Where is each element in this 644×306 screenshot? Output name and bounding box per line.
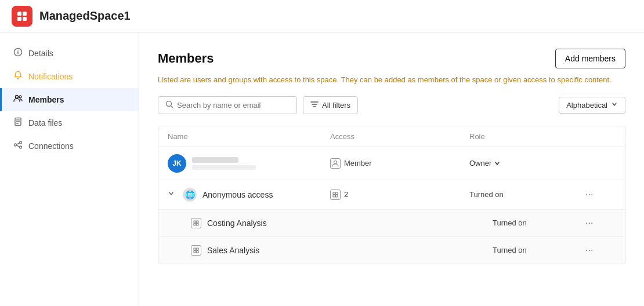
svg-rect-25 [336,192,338,195]
sidebar-item-notifications-label: Notifications [28,72,73,81]
role-dropdown-button[interactable]: Owner [469,159,501,167]
svg-rect-29 [197,221,199,223]
add-members-button[interactable]: Add members [555,49,625,68]
svg-point-15 [20,146,22,148]
svg-point-13 [15,144,17,146]
filter-button[interactable]: All filters [303,96,358,114]
row-actions: ··· [581,187,616,202]
col-header-name: Name [168,132,330,141]
sidebar-item-details[interactable]: Details [0,42,139,65]
toolbar: All filters Alphabetical [158,96,625,114]
group-name-cell: 🌐 Anonymous access [168,188,330,202]
svg-rect-3 [23,17,27,21]
sidebar-item-connections-label: Connections [28,141,74,151]
group-name: Anonymous access [202,190,273,199]
chevron-down-icon[interactable] [168,190,175,199]
member-icon [330,158,341,169]
svg-rect-26 [333,195,335,197]
sub-item-name: Sales Analysis [207,246,259,255]
svg-point-23 [334,161,337,163]
sidebar-item-members-label: Members [28,95,64,104]
svg-line-16 [17,143,20,145]
user-name-cell: JK [168,154,330,173]
role-cell: Turned on [493,218,581,227]
col-header-access: Access [330,132,469,141]
sort-dropdown[interactable]: Alphabetical [559,97,625,114]
search-input[interactable] [177,101,290,110]
svg-point-6 [17,50,19,51]
connection-icon [13,140,23,152]
members-header: Members Add members [158,49,625,68]
role-label: Owner [469,159,491,167]
row-actions: ··· [581,243,616,258]
user-name-placeholder [192,157,238,163]
svg-rect-35 [197,250,199,253]
chevron-down-icon [611,101,618,110]
svg-rect-2 [17,17,21,21]
access-label: 2 [344,190,348,199]
svg-line-17 [17,145,20,147]
row-actions: ··· [581,216,616,231]
more-options-button[interactable]: ··· [581,216,598,231]
access-cell: 2 [330,190,469,200]
svg-rect-33 [197,248,199,250]
role-cell: Turned on [469,190,581,199]
toolbar-left: All filters [158,96,358,114]
role-label: Turned on [469,190,504,199]
app-title: ManagedSpace1 [39,9,131,23]
members-description: Listed are users and groups with access … [158,74,625,86]
role-cell: Turned on [493,246,581,254]
apps-icon [330,190,341,200]
user-email-placeholder [192,165,256,170]
table-row: Costing Analysis Turned on ··· [158,210,625,237]
app-logo [12,6,32,27]
info-icon [13,48,23,59]
role-cell: Owner [469,159,581,167]
svg-rect-30 [194,223,196,225]
table-row: JK Member [158,147,625,180]
layout: Details Notifications Members [0,32,644,306]
table-row: 🌐 Anonymous access 2 Turn [158,180,625,210]
col-header-actions [581,132,616,141]
sidebar-item-details-label: Details [28,49,53,58]
sort-label: Alphabetical [566,101,607,110]
sub-name-cell: Costing Analysis [191,218,353,228]
svg-rect-34 [194,250,196,253]
svg-rect-24 [333,192,335,195]
members-table: Name Access Role JK [158,126,625,264]
apps-icon [191,245,201,256]
access-cell: Member [330,158,469,169]
svg-rect-0 [17,12,21,16]
sidebar-item-connections[interactable]: Connections [0,134,139,158]
search-box[interactable] [158,96,297,114]
svg-point-7 [16,96,19,99]
access-label: Member [344,159,372,167]
file-icon [13,117,23,129]
sidebar: Details Notifications Members [0,32,139,306]
more-options-button[interactable]: ··· [581,187,598,202]
filter-icon [310,100,319,110]
svg-rect-27 [336,195,338,197]
svg-rect-28 [194,221,196,223]
people-icon [13,94,23,105]
globe-icon: 🌐 [183,188,197,202]
apps-icon [191,218,201,228]
svg-point-8 [19,96,21,98]
svg-rect-31 [197,223,199,225]
bell-icon [13,71,23,82]
table-row: Sales Analysis Turned on ··· [158,237,625,264]
app-header: ManagedSpace1 [0,0,644,32]
svg-point-14 [20,141,22,144]
sidebar-item-data-files[interactable]: Data files [0,111,139,134]
search-icon [165,100,173,110]
svg-line-19 [171,105,172,107]
role-label: Turned on [493,246,527,254]
table-header: Name Access Role [158,126,625,147]
more-options-button[interactable]: ··· [581,243,598,258]
members-title: Members [158,51,214,66]
sidebar-item-members[interactable]: Members [0,88,139,111]
sidebar-item-data-files-label: Data files [28,118,62,128]
sidebar-item-notifications[interactable]: Notifications [0,65,139,88]
user-info [192,157,256,170]
col-header-role: Role [469,132,581,141]
